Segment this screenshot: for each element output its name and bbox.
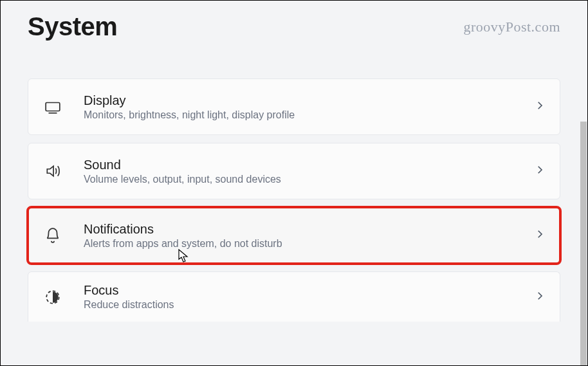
item-title: Sound [84, 158, 534, 172]
page-header: System groovyPost.com [28, 12, 560, 41]
page-title: System [28, 12, 117, 41]
display-icon [40, 98, 66, 115]
scrollbar-thumb[interactable] [580, 122, 587, 366]
svg-rect-0 [46, 103, 60, 111]
item-title: Display [84, 93, 534, 108]
item-title: Focus [84, 283, 534, 298]
item-desc: Volume levels, output, input, sound devi… [84, 174, 534, 185]
item-desc: Reduce distractions [84, 299, 534, 311]
settings-item-display[interactable]: Display Monitors, brightness, night ligh… [28, 78, 560, 135]
bell-icon [40, 227, 66, 244]
focus-icon [40, 289, 66, 306]
chevron-right-icon [534, 228, 546, 242]
settings-item-focus[interactable]: Focus Reduce distractions [28, 271, 560, 322]
settings-item-notifications[interactable]: Notifications Alerts from apps and syste… [28, 207, 560, 264]
sound-icon [40, 163, 66, 179]
item-desc: Alerts from apps and system, do not dist… [84, 238, 534, 250]
settings-item-sound[interactable]: Sound Volume levels, output, input, soun… [28, 143, 560, 199]
chevron-right-icon [534, 290, 546, 304]
watermark: groovyPost.com [463, 19, 560, 35]
item-title: Notifications [84, 222, 534, 237]
scrollbar[interactable] [580, 1, 587, 365]
chevron-right-icon [534, 164, 546, 178]
chevron-right-icon [534, 100, 546, 114]
settings-list: Display Monitors, brightness, night ligh… [28, 78, 560, 322]
item-desc: Monitors, brightness, night light, displ… [84, 109, 534, 121]
